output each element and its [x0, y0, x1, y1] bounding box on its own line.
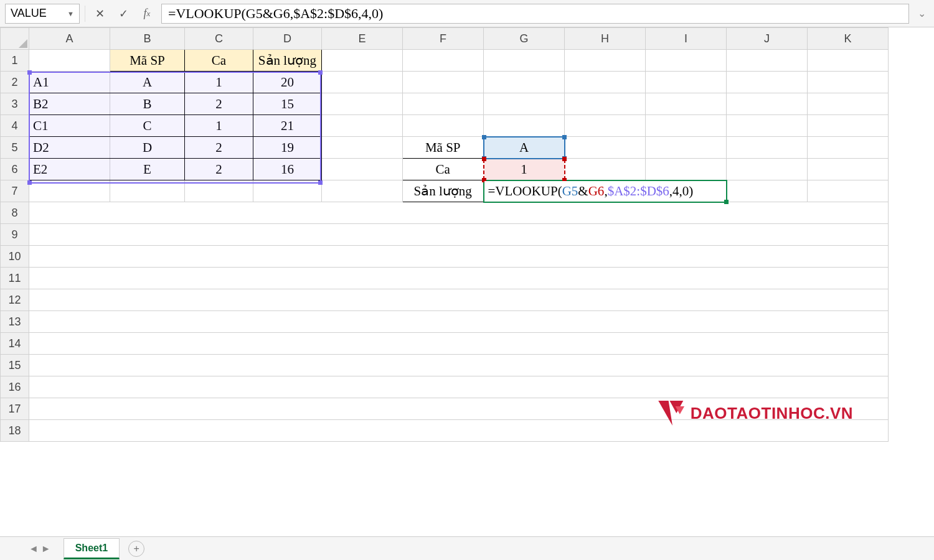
name-box[interactable]: VALUE ▼: [5, 4, 80, 24]
empty-row[interactable]: [29, 202, 889, 224]
cell-I6[interactable]: [646, 159, 727, 180]
cell-G3[interactable]: [484, 93, 565, 115]
cell-H5[interactable]: [565, 137, 646, 159]
cell-J4[interactable]: [727, 115, 808, 137]
col-header-E[interactable]: E: [322, 28, 403, 50]
row-header-15[interactable]: 15: [1, 355, 29, 376]
cell-A4[interactable]: C1: [29, 115, 110, 137]
worksheet[interactable]: A B C D E F G H I J K 1 Mã SP Ca Sản lượ…: [0, 27, 934, 442]
empty-row[interactable]: [29, 224, 889, 246]
empty-row[interactable]: [29, 355, 889, 376]
cell-H4[interactable]: [565, 115, 646, 137]
cell-I5[interactable]: [646, 137, 727, 159]
empty-row[interactable]: [29, 246, 889, 268]
cell-C1[interactable]: Ca: [185, 50, 253, 72]
name-box-dropdown-icon[interactable]: ▼: [67, 10, 74, 17]
cell-C2[interactable]: 1: [185, 72, 253, 93]
cell-C4[interactable]: 1: [185, 115, 253, 137]
cell-F4[interactable]: [403, 115, 484, 137]
row-header-12[interactable]: 12: [1, 289, 29, 311]
cell-F3[interactable]: [403, 93, 484, 115]
cell-A7[interactable]: [29, 180, 110, 202]
cell-K2[interactable]: [808, 72, 889, 93]
cell-I3[interactable]: [646, 93, 727, 115]
row-header-14[interactable]: 14: [1, 333, 29, 355]
col-header-H[interactable]: H: [565, 28, 646, 50]
cell-G7[interactable]: =VLOOKUP(G5&G6,$A$2:$D$6,4,0): [484, 180, 727, 202]
empty-row[interactable]: [29, 311, 889, 333]
cell-B4[interactable]: C: [110, 115, 185, 137]
cell-H6[interactable]: [565, 159, 646, 180]
expand-formula-bar-icon[interactable]: ⌄: [914, 7, 929, 19]
col-header-G[interactable]: G: [484, 28, 565, 50]
cell-D6[interactable]: 16: [253, 159, 322, 180]
cell-D7[interactable]: [253, 180, 322, 202]
cell-G4[interactable]: [484, 115, 565, 137]
cell-A3[interactable]: B2: [29, 93, 110, 115]
row-header-13[interactable]: 13: [1, 311, 29, 333]
cell-G1[interactable]: [484, 50, 565, 72]
cell-K7[interactable]: [808, 180, 889, 202]
cell-K3[interactable]: [808, 93, 889, 115]
row-header-4[interactable]: 4: [1, 115, 29, 137]
row-header-3[interactable]: 3: [1, 93, 29, 115]
cell-B6[interactable]: E: [110, 159, 185, 180]
cell-C7[interactable]: [185, 180, 253, 202]
cell-C6[interactable]: 2: [185, 159, 253, 180]
col-header-I[interactable]: I: [646, 28, 727, 50]
fill-handle-icon[interactable]: [724, 200, 729, 204]
col-header-J[interactable]: J: [727, 28, 808, 50]
cell-G5[interactable]: A: [484, 137, 565, 159]
cell-J1[interactable]: [727, 50, 808, 72]
cell-F5[interactable]: Mã SP: [403, 137, 484, 159]
cell-F1[interactable]: [403, 50, 484, 72]
cell-G6[interactable]: 1: [484, 159, 565, 180]
accept-formula-icon[interactable]: ✓: [114, 4, 133, 23]
cell-C3[interactable]: 2: [185, 93, 253, 115]
col-header-A[interactable]: A: [29, 28, 110, 50]
row-header-8[interactable]: 8: [1, 202, 29, 224]
row-header-7[interactable]: 7: [1, 180, 29, 202]
col-header-C[interactable]: C: [185, 28, 253, 50]
cell-D5[interactable]: 19: [253, 137, 322, 159]
cell-J7[interactable]: [727, 180, 808, 202]
cell-C5[interactable]: 2: [185, 137, 253, 159]
cell-H3[interactable]: [565, 93, 646, 115]
row-header-18[interactable]: 18: [1, 420, 29, 442]
row-header-9[interactable]: 9: [1, 224, 29, 246]
cell-B3[interactable]: B: [110, 93, 185, 115]
cell-A5[interactable]: D2: [29, 137, 110, 159]
cell-E3[interactable]: [322, 93, 403, 115]
cell-K1[interactable]: [808, 50, 889, 72]
cell-F6[interactable]: Ca: [403, 159, 484, 180]
cell-H1[interactable]: [565, 50, 646, 72]
cell-K4[interactable]: [808, 115, 889, 137]
empty-row[interactable]: [29, 376, 889, 398]
cell-I4[interactable]: [646, 115, 727, 137]
cell-K6[interactable]: [808, 159, 889, 180]
row-header-17[interactable]: 17: [1, 398, 29, 420]
cell-E1[interactable]: [322, 50, 403, 72]
cell-A2[interactable]: A1: [29, 72, 110, 93]
cell-E2[interactable]: [322, 72, 403, 93]
cell-D2[interactable]: 20: [253, 72, 322, 93]
cell-D1[interactable]: Sản lượng: [253, 50, 322, 72]
cell-G2[interactable]: [484, 72, 565, 93]
cell-J2[interactable]: [727, 72, 808, 93]
cell-B1[interactable]: Mã SP: [110, 50, 185, 72]
cell-J3[interactable]: [727, 93, 808, 115]
cell-A1[interactable]: [29, 50, 110, 72]
row-header-6[interactable]: 6: [1, 159, 29, 180]
empty-row[interactable]: [29, 289, 889, 311]
cell-I1[interactable]: [646, 50, 727, 72]
cell-H2[interactable]: [565, 72, 646, 93]
cell-I2[interactable]: [646, 72, 727, 93]
formula-input[interactable]: =VLOOKUP(G5&G6,$A$2:$D$6,4,0): [161, 4, 909, 24]
col-header-K[interactable]: K: [808, 28, 889, 50]
cell-F7[interactable]: Sản lượng: [403, 180, 484, 202]
col-header-F[interactable]: F: [403, 28, 484, 50]
col-header-D[interactable]: D: [253, 28, 322, 50]
cell-B5[interactable]: D: [110, 137, 185, 159]
cell-E4[interactable]: [322, 115, 403, 137]
row-header-1[interactable]: 1: [1, 50, 29, 72]
